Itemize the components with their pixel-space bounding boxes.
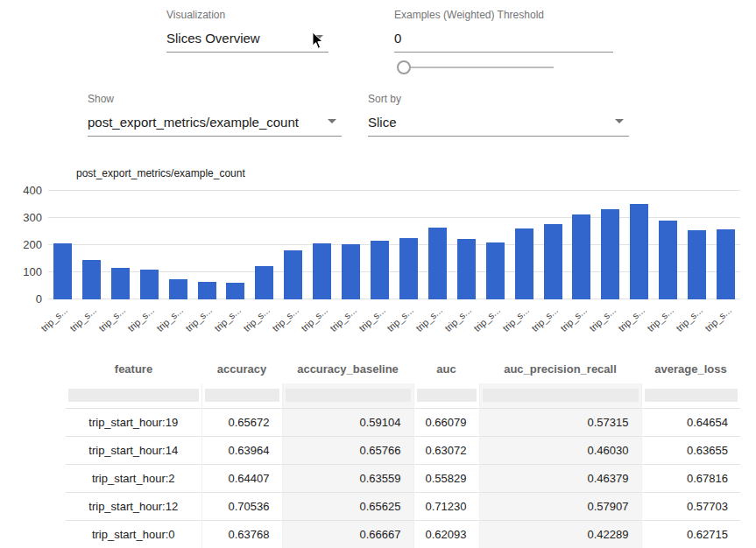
y-tick-label: 300 bbox=[23, 212, 42, 224]
y-tick-label: 100 bbox=[23, 266, 42, 278]
bar[interactable] bbox=[659, 221, 677, 299]
metric-cell: 0.63559 bbox=[282, 465, 413, 493]
column-header-feature[interactable]: feature bbox=[66, 355, 201, 383]
metric-cell: 0.65625 bbox=[282, 493, 413, 521]
metrics-table: featureaccuracyaccuracy_baselineaucauc_p… bbox=[66, 355, 740, 548]
chevron-down-icon[interactable] bbox=[328, 119, 336, 123]
metric-cell: 0.66079 bbox=[413, 409, 479, 437]
table-row[interactable]: trip_start_hour:140.639640.657660.630720… bbox=[66, 437, 740, 465]
visualization-value: Slices Overview bbox=[166, 31, 260, 46]
column-header-auc_precision_recall[interactable]: auc_precision_recall bbox=[479, 355, 641, 383]
metric-cell: 0.42289 bbox=[479, 521, 641, 548]
legend-swatch-icon bbox=[55, 169, 69, 179]
mouse-cursor-icon bbox=[312, 32, 324, 50]
bar[interactable] bbox=[284, 250, 302, 299]
metric-cell: 0.46030 bbox=[479, 437, 641, 465]
bar-chart: 0100200300400 trip_s...trip_s...trip_s..… bbox=[0, 184, 756, 346]
column-filter-input[interactable] bbox=[205, 389, 279, 402]
metric-cell: 0.62715 bbox=[641, 521, 740, 548]
bar[interactable] bbox=[399, 238, 418, 299]
bar[interactable] bbox=[198, 282, 216, 299]
slider-knob[interactable] bbox=[397, 60, 411, 74]
metric-cell: 0.57703 bbox=[641, 493, 740, 521]
chart-legend: post_export_metrics/example_count bbox=[55, 167, 245, 179]
bar[interactable] bbox=[82, 260, 101, 299]
table-header-row: featureaccuracyaccuracy_baselineaucauc_p… bbox=[66, 355, 740, 383]
sortby-control: Sort by Slice bbox=[368, 93, 629, 137]
bar[interactable] bbox=[255, 266, 273, 299]
metric-cell: 0.64654 bbox=[641, 409, 740, 437]
table-row[interactable]: trip_start_hour:120.705360.656250.712300… bbox=[66, 493, 740, 521]
column-filter-input[interactable] bbox=[286, 389, 411, 402]
bar[interactable] bbox=[371, 241, 389, 299]
bar[interactable] bbox=[313, 243, 331, 299]
metric-cell: 0.65672 bbox=[201, 409, 282, 437]
y-tick-label: 0 bbox=[36, 293, 42, 306]
show-dropdown[interactable]: post_export_metrics/example_count bbox=[88, 111, 342, 137]
metric-cell: 0.62093 bbox=[413, 521, 479, 548]
column-header-average_loss[interactable]: average_loss bbox=[641, 355, 740, 383]
visualization-control: Visualization Slices Overview bbox=[166, 9, 329, 53]
metric-cell: 0.64407 bbox=[201, 465, 282, 493]
metric-cell: 0.65766 bbox=[282, 437, 413, 465]
sortby-value: Slice bbox=[368, 115, 397, 130]
legend-label: post_export_metrics/example_count bbox=[76, 167, 245, 179]
filter-cell bbox=[201, 383, 282, 409]
filter-cell bbox=[479, 383, 641, 409]
bar[interactable] bbox=[140, 270, 159, 299]
table-filter-row bbox=[66, 383, 740, 409]
column-filter-input[interactable] bbox=[645, 389, 738, 402]
metric-cell: 0.63655 bbox=[641, 437, 740, 465]
table-row[interactable]: trip_start_hour:190.656720.591040.660790… bbox=[66, 409, 740, 437]
bar[interactable] bbox=[630, 204, 648, 299]
y-axis: 0100200300400 bbox=[0, 191, 42, 299]
bar[interactable] bbox=[111, 268, 130, 299]
show-label: Show bbox=[88, 93, 342, 105]
feature-cell: trip_start_hour:2 bbox=[66, 465, 201, 493]
column-header-accuracy[interactable]: accuracy bbox=[201, 355, 282, 383]
show-value: post_export_metrics/example_count bbox=[88, 115, 299, 130]
plot-area bbox=[48, 191, 740, 299]
metric-cell: 0.70536 bbox=[201, 493, 282, 521]
x-axis-labels: trip_s...trip_s...trip_s...trip_s...trip… bbox=[48, 303, 740, 345]
table-row[interactable]: trip_start_hour:00.637680.666670.620930.… bbox=[66, 521, 740, 548]
column-filter-input[interactable] bbox=[417, 389, 477, 402]
bar[interactable] bbox=[601, 209, 619, 299]
visualization-dropdown[interactable]: Slices Overview bbox=[166, 27, 329, 53]
show-control: Show post_export_metrics/example_count bbox=[88, 93, 342, 137]
bar[interactable] bbox=[688, 230, 706, 299]
metric-cell: 0.63072 bbox=[413, 437, 479, 465]
gridline bbox=[48, 190, 740, 191]
filter-cell bbox=[641, 383, 740, 409]
threshold-label: Examples (Weighted) Threshold bbox=[394, 9, 613, 21]
bar[interactable] bbox=[486, 242, 505, 299]
bar[interactable] bbox=[342, 244, 360, 299]
table-row[interactable]: trip_start_hour:20.644070.635590.558290.… bbox=[66, 465, 740, 493]
bar[interactable] bbox=[169, 279, 187, 299]
visualization-label: Visualization bbox=[166, 9, 329, 21]
feature-cell: trip_start_hour:0 bbox=[66, 521, 201, 548]
feature-cell: trip_start_hour:14 bbox=[66, 437, 201, 465]
bar[interactable] bbox=[717, 229, 735, 299]
bar[interactable] bbox=[572, 214, 590, 299]
bar[interactable] bbox=[515, 228, 533, 299]
metric-cell: 0.59104 bbox=[282, 409, 413, 437]
bar[interactable] bbox=[226, 283, 244, 299]
y-tick-label: 400 bbox=[23, 185, 42, 197]
column-header-accuracy_baseline[interactable]: accuracy_baseline bbox=[282, 355, 413, 383]
metric-cell: 0.66667 bbox=[282, 521, 413, 548]
threshold-input[interactable]: 0 bbox=[394, 27, 613, 53]
column-header-auc[interactable]: auc bbox=[413, 355, 479, 383]
bar[interactable] bbox=[428, 228, 447, 299]
sortby-dropdown[interactable]: Slice bbox=[368, 111, 629, 137]
bar[interactable] bbox=[544, 224, 562, 299]
chevron-down-icon[interactable] bbox=[615, 119, 624, 123]
bar[interactable] bbox=[457, 239, 476, 299]
threshold-slider[interactable] bbox=[399, 67, 554, 68]
filter-cell bbox=[282, 383, 413, 409]
bar[interactable] bbox=[53, 243, 72, 299]
column-filter-input[interactable] bbox=[483, 389, 639, 402]
feature-cell: trip_start_hour:19 bbox=[66, 409, 201, 437]
column-filter-input[interactable] bbox=[68, 389, 199, 402]
table-body: trip_start_hour:190.656720.591040.660790… bbox=[66, 409, 740, 548]
